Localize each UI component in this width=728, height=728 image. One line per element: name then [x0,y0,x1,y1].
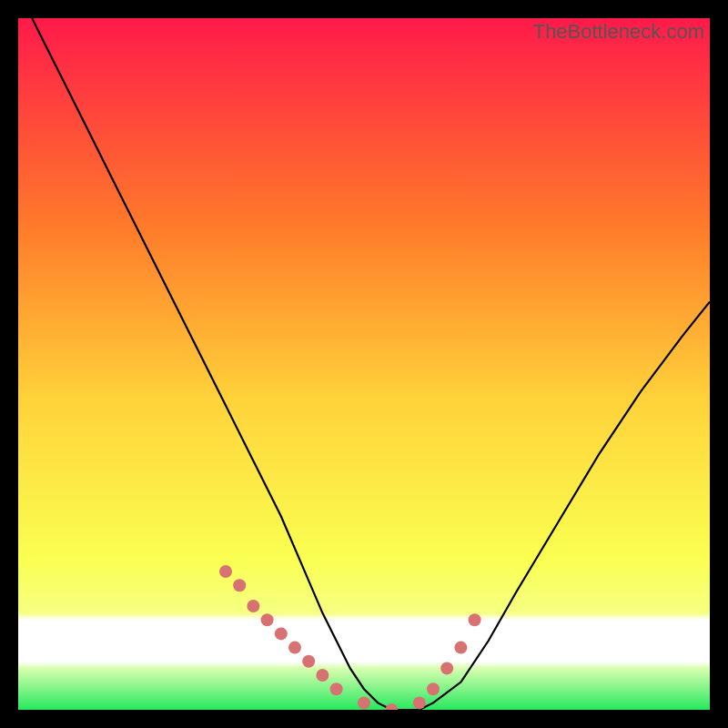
marker-point [358,696,370,709]
marker-point [261,613,274,626]
chart-svg [18,18,710,710]
marker-point [219,565,232,578]
marker-point [288,642,301,654]
gradient-background [18,18,710,710]
watermark-text: TheBottleneck.com [533,20,704,44]
marker-point [454,642,467,654]
marker-point [233,579,246,592]
marker-point [440,662,453,674]
marker-point [316,669,329,682]
chart-frame: TheBottleneck.com [18,18,710,710]
marker-point [302,655,315,668]
marker-point [247,600,259,612]
marker-point [427,682,440,695]
marker-point [330,682,343,695]
marker-point [469,613,481,626]
marker-point [413,696,426,709]
marker-point [275,627,288,640]
